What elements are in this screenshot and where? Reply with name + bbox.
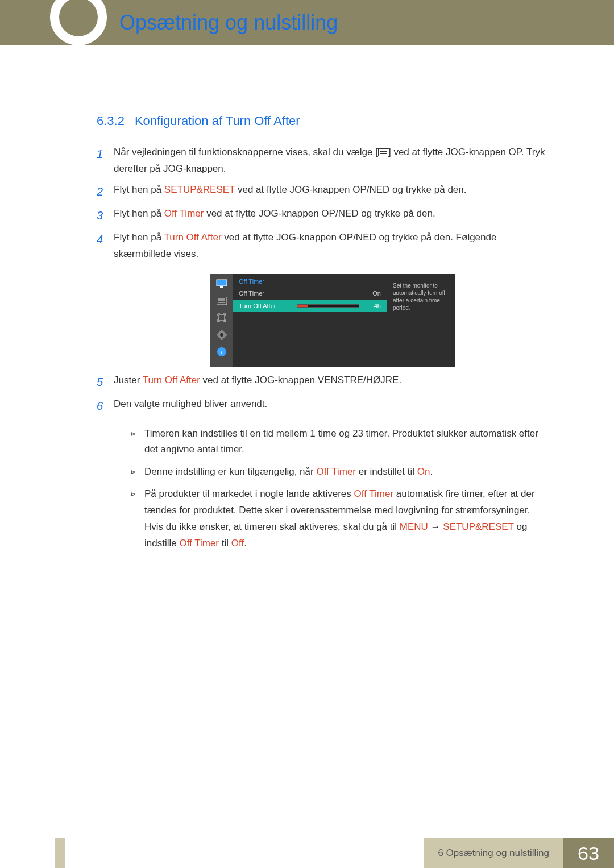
monitor-icon <box>215 279 228 289</box>
info-icon: i <box>215 347 228 357</box>
step-number: 1 <box>97 144 114 177</box>
highlight: SETUP&RESET <box>164 184 235 195</box>
osd-row-value: 4h <box>364 302 381 309</box>
menu-icon <box>378 148 388 156</box>
step-item: 1 Når vejledningen til funktionsknappern… <box>97 144 551 177</box>
section-title: Konfiguration af Turn Off After <box>135 114 300 128</box>
svg-rect-0 <box>217 280 227 286</box>
step-body: Flyt hen på Turn Off After ved at flytte… <box>114 230 551 263</box>
list-icon <box>215 296 228 306</box>
footer-page-number: 63 <box>563 838 614 868</box>
bullet-icon: ⊳ <box>131 486 144 552</box>
note-item: ⊳ På produkter til markedet i nogle land… <box>131 486 551 552</box>
section-number: 6.3.2 <box>97 114 125 128</box>
note-item: ⊳ Denne indstilling er kun tilgængelig, … <box>131 464 551 480</box>
svg-rect-6 <box>219 315 225 321</box>
bullet-icon: ⊳ <box>131 464 144 480</box>
page-title: Opsætning og nulstilling <box>119 11 338 35</box>
osd-row-turnoffafter: Turn Off After 4h <box>233 300 387 312</box>
svg-rect-1 <box>220 286 223 288</box>
osd-main: Off Timer Off Timer On Turn Off After 4h <box>233 274 387 367</box>
step-body: Den valgte mulighed bliver anvendt. <box>114 396 551 416</box>
osd-title: Off Timer <box>233 274 387 287</box>
step-body: Juster Turn Off After ved at flytte JOG-… <box>114 372 551 392</box>
bullet-icon: ⊳ <box>131 426 144 459</box>
notes-list: ⊳ Timeren kan indstilles til en tid mell… <box>131 426 551 552</box>
step-number: 6 <box>97 396 114 416</box>
step-item: 6 Den valgte mulighed bliver anvendt. <box>97 396 551 416</box>
step-item: 3 Flyt hen på Off Timer ved at flytte JO… <box>97 206 551 225</box>
osd-row-offtimer: Off Timer On <box>233 287 387 300</box>
resize-icon <box>215 313 228 323</box>
gear-icon <box>215 330 228 340</box>
step-number: 2 <box>97 182 114 201</box>
step-item: 4 Flyt hen på Turn Off After ved at flyt… <box>97 230 551 263</box>
note-item: ⊳ Timeren kan indstilles til en tid mell… <box>131 426 551 459</box>
osd-panel: i Off Timer Off Timer On Turn Off After … <box>210 274 455 367</box>
step-body: Flyt hen på SETUP&RESET ved at flytte JO… <box>114 182 551 201</box>
highlight: Turn Off After <box>143 375 200 385</box>
step-number: 4 <box>97 230 114 263</box>
note-body: Timeren kan indstilles til en tid mellem… <box>144 426 551 459</box>
svg-text:i: i <box>221 348 222 356</box>
step-body: Flyt hen på Off Timer ved at flytte JOG-… <box>114 206 551 225</box>
footer: 6 Opsætning og nulstilling 63 <box>0 838 614 868</box>
steps-list: 1 Når vejledningen til funktionsknappern… <box>97 144 551 263</box>
osd-row-label: Turn Off After <box>239 302 297 309</box>
steps-list-continued: 5 Juster Turn Off After ved at flytte JO… <box>97 372 551 416</box>
step-number: 5 <box>97 372 114 392</box>
osd-row-label: Off Timer <box>239 290 364 297</box>
step-item: 2 Flyt hen på SETUP&RESET ved at flytte … <box>97 182 551 201</box>
step-item: 5 Juster Turn Off After ved at flytte JO… <box>97 372 551 392</box>
step-number: 3 <box>97 206 114 225</box>
note-body: Denne indstilling er kun tilgængelig, nå… <box>144 464 551 480</box>
osd-body: Off Timer On Turn Off After 4h <box>233 287 387 367</box>
footer-chapter: 6 Opsætning og nulstilling <box>424 838 563 868</box>
slider-icon <box>297 304 359 308</box>
svg-point-8 <box>220 333 223 337</box>
section-heading: 6.3.2Konfiguration af Turn Off After <box>97 114 551 128</box>
osd-row-value: On <box>364 290 381 297</box>
highlight: Turn Off After <box>164 232 222 243</box>
highlight: Off Timer <box>164 208 204 219</box>
step-body: Når vejledningen til funktionsknapperne … <box>114 144 551 177</box>
header-bar: Opsætning og nulstilling <box>0 0 614 45</box>
content-area: 6.3.2Konfiguration af Turn Off After 1 N… <box>97 114 551 558</box>
osd-sidebar: i <box>210 274 233 367</box>
chapter-circle-decoration <box>50 0 107 45</box>
note-body: På produkter til markedet i nogle lande … <box>144 486 551 552</box>
osd-description: Set the monitor to automatically turn of… <box>387 274 455 367</box>
footer-spacer <box>0 838 424 868</box>
osd-screenshot: i Off Timer Off Timer On Turn Off After … <box>210 274 551 367</box>
